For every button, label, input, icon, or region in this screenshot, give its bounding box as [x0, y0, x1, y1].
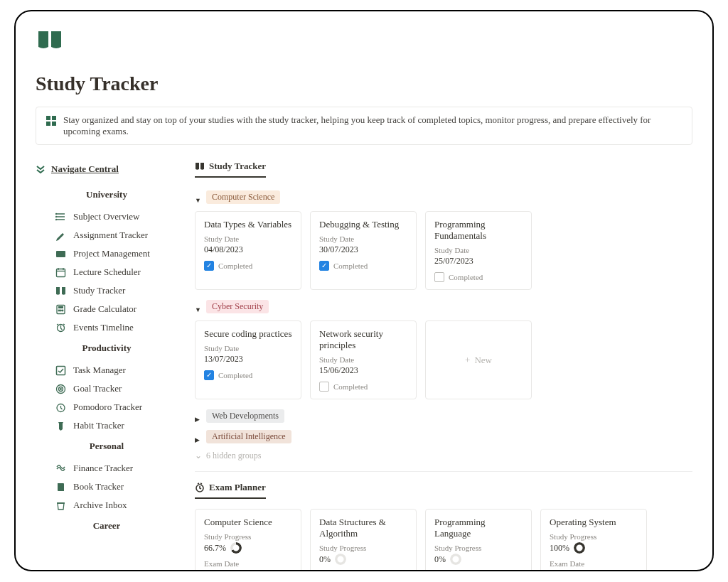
chevron-double-down-icon [36, 164, 46, 174]
subject-toggle[interactable]: Computer Science [195, 190, 692, 204]
hidden-groups-toggle[interactable]: ⌄ 6 hidden groups [195, 451, 692, 461]
card-date-label: Study Date [319, 355, 407, 364]
exam-card[interactable]: Programming LanguageStudy Progress0%Exam… [425, 509, 532, 571]
nav-group-title: Productivity [36, 337, 178, 361]
sidebar-heading[interactable]: Navigate Central [36, 161, 178, 183]
exam-date-label: Exam Date [204, 559, 292, 568]
completed-label: Completed [333, 262, 368, 270]
checkbox-icon[interactable] [204, 370, 214, 380]
study-card[interactable]: Network security principlesStudy Date15/… [310, 320, 417, 399]
tab-exam-planner[interactable]: Exam Planner [195, 482, 266, 499]
svg-point-19 [62, 310, 63, 311]
study-card[interactable]: Data Types & VariablesStudy Date04/08/20… [195, 211, 301, 290]
nav-item-label: Book Tracker [73, 481, 124, 492]
sidebar-item[interactable]: Assignment Tracker [36, 226, 178, 244]
checkbox-icon[interactable] [204, 261, 214, 271]
sidebar-item[interactable]: Goal Tracker [36, 379, 178, 398]
sidebar-item[interactable]: Grade Calculator [36, 300, 178, 318]
completed-label: Completed [333, 382, 368, 391]
svg-point-18 [60, 310, 62, 311]
nav-group-title: University [36, 183, 178, 208]
subject-chip: Artificial Intelligence [206, 430, 291, 443]
nav-item-label: Habit Tracker [73, 420, 124, 431]
sidebar-item[interactable]: Subject Overview [36, 208, 178, 226]
nav-icon [55, 482, 66, 492]
study-card[interactable]: Secure coding practicesStudy Date13/07/2… [195, 320, 301, 399]
card-date-value: 15/06/2023 [319, 365, 407, 376]
nav-item-label: Assignment Tracker [73, 230, 148, 241]
exam-date-label: Exam Date [434, 571, 523, 571]
svg-rect-21 [57, 366, 65, 374]
card-date-value: 30/07/2023 [319, 244, 407, 255]
card-date-label: Study Date [204, 235, 292, 243]
svg-rect-3 [52, 122, 56, 126]
callout-grid-icon [46, 116, 56, 126]
progress-value: 0% [319, 554, 331, 565]
completed-label: Completed [218, 262, 252, 270]
sidebar-item[interactable]: Archive Inbox [36, 496, 178, 514]
nav-item-label: Task Manager [73, 365, 126, 376]
card-title: Debugging & Testing [319, 219, 407, 230]
card-date-value: 13/07/2023 [204, 354, 292, 365]
plus-icon: + [465, 355, 470, 366]
exam-card[interactable]: Computer ScienceStudy Progress66.7%Exam … [195, 509, 301, 571]
main-content: Study Tracker Computer ScienceData Types… [195, 161, 692, 571]
triangle-right-icon [195, 433, 202, 441]
svg-point-17 [58, 310, 60, 311]
app-window: Study Tracker Stay organized and stay on… [14, 10, 714, 571]
completed-label: Completed [218, 371, 252, 379]
nav-icon [55, 463, 66, 474]
sidebar-item[interactable]: Finance Tracker [36, 459, 178, 478]
exam-date-value: August 17, 2023 [550, 569, 638, 571]
card-date-value: 25/07/2023 [434, 256, 523, 266]
nav-icon [55, 402, 66, 413]
study-card[interactable]: Debugging & TestingStudy Date30/07/2023C… [310, 211, 417, 290]
card-date-value: 04/08/2023 [204, 244, 292, 255]
app-logo-icon [36, 28, 64, 54]
sidebar-item[interactable]: Events Timeline [36, 318, 178, 337]
nav-icon [55, 212, 66, 222]
svg-rect-11 [57, 269, 65, 276]
checkbox-icon[interactable] [319, 261, 329, 271]
sidebar-item[interactable]: Study Tracker [36, 281, 178, 300]
checkbox-icon[interactable] [319, 382, 329, 392]
nav-icon [55, 365, 66, 376]
sidebar-item[interactable]: Habit Tracker [36, 416, 178, 435]
nav-item-label: Archive Inbox [73, 500, 127, 511]
sidebar-item[interactable]: Project Management [36, 244, 178, 263]
nav-item-label: Lecture Scheduler [73, 266, 141, 278]
sidebar-item[interactable]: Book Tracker [36, 478, 178, 496]
subject-toggle[interactable]: Artificial Intelligence [195, 430, 692, 443]
sidebar-item[interactable]: Pomodoro Tracker [36, 398, 178, 416]
progress-value: 100% [550, 543, 569, 554]
exam-title: Operating System [550, 517, 638, 528]
nav-item-label: Goal Tracker [73, 383, 122, 394]
svg-rect-2 [46, 122, 50, 126]
exam-title: Data Structures & Algorithm [319, 517, 407, 539]
nav-item-label: Pomodoro Tracker [73, 402, 142, 413]
exam-card[interactable]: Operating SystemStudy Progress100%Exam D… [540, 509, 647, 571]
callout-box: Stay organized and stay on top of your s… [36, 107, 692, 145]
sidebar-item[interactable]: Lecture Scheduler [36, 263, 178, 281]
sidebar-item[interactable]: Task Manager [36, 361, 178, 379]
nav-item-label: Grade Calculator [73, 303, 136, 315]
nav-icon [55, 249, 66, 259]
checkbox-icon[interactable] [434, 272, 444, 282]
subject-toggle[interactable]: Web Developments [195, 409, 692, 423]
study-card[interactable]: Programming FundamentalsStudy Date25/07/… [425, 211, 532, 290]
triangle-down-icon [195, 303, 202, 311]
exam-title: Computer Science [204, 517, 292, 528]
callout-text: Stay organized and stay on top of your s… [63, 114, 682, 137]
new-card-button[interactable]: +New [425, 320, 532, 399]
progress-label: Study Progress [434, 544, 523, 552]
card-title: Secure coding practices [204, 328, 292, 340]
exam-card[interactable]: Data Structures & AlgorithmStudy Progres… [310, 509, 417, 571]
card-date-label: Study Date [434, 246, 523, 254]
tab-study-tracker[interactable]: Study Tracker [195, 161, 266, 178]
book-icon [195, 161, 205, 171]
completed-label: Completed [449, 273, 483, 281]
subject-chip: Cyber Security [206, 300, 269, 313]
clock-icon [195, 483, 205, 492]
subject-toggle[interactable]: Cyber Security [195, 300, 692, 313]
svg-rect-1 [52, 116, 56, 120]
